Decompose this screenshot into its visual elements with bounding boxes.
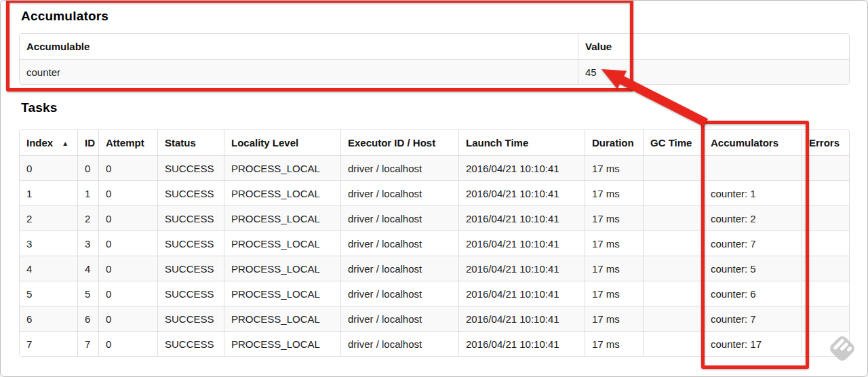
launch-time-cell: 2016/04/21 10:10:41 [458, 306, 585, 331]
executor-id-host-cell: driver / localhost [340, 205, 458, 231]
duration-cell: 17 ms [585, 205, 643, 231]
column-header-errors[interactable]: Errors [802, 130, 850, 155]
executor-id-host-cell: driver / localhost [340, 180, 458, 205]
column-header-value[interactable]: Value [578, 34, 850, 59]
gc-time-cell [643, 331, 703, 356]
status-cell: SUCCESS [157, 281, 224, 306]
locality-level-cell: PROCESS_LOCAL [224, 331, 340, 356]
column-header-attempt[interactable]: Attempt [98, 130, 157, 155]
column-header-id[interactable]: ID [77, 130, 98, 155]
id-cell: 6 [77, 306, 98, 331]
executor-id-host-cell: driver / localhost [340, 306, 458, 331]
errors-cell [802, 180, 850, 205]
tasks-table: Index▲IDAttemptStatusLocality LevelExecu… [19, 130, 850, 357]
table-row: 110SUCCESSPROCESS_LOCALdriver / localhos… [20, 180, 850, 205]
launch-time-cell: 2016/04/21 10:10:41 [458, 331, 585, 356]
accumulators-cell: counter: 6 [703, 281, 802, 306]
attempt-cell: 0 [98, 205, 157, 231]
status-cell: SUCCESS [157, 231, 224, 256]
column-header-accumulators[interactable]: Accumulators [703, 130, 802, 155]
gc-time-cell [643, 306, 703, 331]
status-cell: SUCCESS [157, 306, 224, 331]
id-cell: 4 [77, 256, 98, 281]
accumulators-cell: counter: 5 [703, 256, 802, 281]
table-row: 220SUCCESSPROCESS_LOCALdriver / localhos… [20, 205, 850, 231]
column-header-index[interactable]: Index▲ [20, 130, 77, 155]
executor-id-host-cell: driver / localhost [340, 231, 458, 256]
index-cell: 5 [20, 281, 77, 306]
duration-cell: 17 ms [585, 256, 643, 281]
value-cell: 45 [578, 59, 850, 84]
table-row: 330SUCCESSPROCESS_LOCALdriver / localhos… [20, 231, 850, 256]
table-row: 550SUCCESSPROCESS_LOCALdriver / localhos… [20, 281, 850, 306]
accumulators-cell: counter: 7 [703, 306, 802, 331]
attempt-cell: 0 [98, 256, 157, 281]
column-header-status[interactable]: Status [157, 130, 224, 155]
duration-cell: 17 ms [585, 306, 643, 331]
table-row: counter45 [20, 59, 850, 84]
launch-time-cell: 2016/04/21 10:10:41 [458, 256, 585, 281]
gc-time-cell [643, 205, 703, 231]
duration-cell: 17 ms [585, 281, 643, 306]
table-row: 770SUCCESSPROCESS_LOCALdriver / localhos… [20, 331, 850, 356]
accumulators-cell: counter: 2 [703, 205, 802, 231]
index-cell: 2 [20, 205, 77, 231]
tasks-section-title: Tasks [21, 100, 57, 115]
errors-cell [802, 205, 850, 231]
accumulable-cell: counter [20, 59, 578, 84]
errors-cell [802, 306, 850, 331]
duration-cell: 17 ms [585, 155, 643, 180]
locality-level-cell: PROCESS_LOCAL [224, 281, 340, 306]
attempt-cell: 0 [98, 306, 157, 331]
column-header-executor-id-host[interactable]: Executor ID / Host [340, 130, 458, 155]
column-header-gc-time[interactable]: GC Time [643, 130, 703, 155]
column-header-launch-time[interactable]: Launch Time [458, 130, 585, 155]
status-cell: SUCCESS [157, 205, 224, 231]
duration-cell: 17 ms [585, 331, 643, 356]
status-cell: SUCCESS [157, 331, 224, 356]
accumulators-cell: counter: 7 [703, 231, 802, 256]
id-cell: 2 [77, 205, 98, 231]
duration-cell: 17 ms [585, 180, 643, 205]
column-header-locality-level[interactable]: Locality Level [224, 130, 340, 155]
status-cell: SUCCESS [157, 256, 224, 281]
id-cell: 5 [77, 281, 98, 306]
executor-id-host-cell: driver / localhost [340, 155, 458, 180]
locality-level-cell: PROCESS_LOCAL [224, 231, 340, 256]
id-cell: 3 [77, 231, 98, 256]
gc-time-cell [643, 281, 703, 306]
id-cell: 1 [77, 180, 98, 205]
launch-time-cell: 2016/04/21 10:10:41 [458, 231, 585, 256]
id-cell: 0 [77, 155, 98, 180]
sort-ascending-icon: ▲ [62, 140, 68, 147]
gc-time-cell [643, 180, 703, 205]
gc-time-cell [643, 231, 703, 256]
errors-cell [802, 155, 850, 180]
locality-level-cell: PROCESS_LOCAL [224, 306, 340, 331]
column-header-duration[interactable]: Duration [585, 130, 643, 155]
index-cell: 3 [20, 231, 77, 256]
attempt-cell: 0 [98, 231, 157, 256]
table-row: 440SUCCESSPROCESS_LOCALdriver / localhos… [20, 256, 850, 281]
executor-id-host-cell: driver / localhost [340, 331, 458, 356]
locality-level-cell: PROCESS_LOCAL [224, 205, 340, 231]
column-header-accumulable[interactable]: Accumulable [20, 34, 578, 59]
duration-cell: 17 ms [585, 231, 643, 256]
errors-cell [802, 331, 850, 356]
launch-time-cell: 2016/04/21 10:10:41 [458, 205, 585, 231]
errors-cell [802, 256, 850, 281]
launch-time-cell: 2016/04/21 10:10:41 [458, 281, 585, 306]
table-row: 000SUCCESSPROCESS_LOCALdriver / localhos… [20, 155, 850, 180]
accumulators-table: AccumulableValue counter45 [19, 33, 850, 85]
launch-time-cell: 2016/04/21 10:10:41 [458, 155, 585, 180]
header-row: Index▲IDAttemptStatusLocality LevelExecu… [20, 130, 850, 155]
status-cell: SUCCESS [157, 180, 224, 205]
executor-id-host-cell: driver / localhost [340, 256, 458, 281]
attempt-cell: 0 [98, 281, 157, 306]
launch-time-cell: 2016/04/21 10:10:41 [458, 180, 585, 205]
gc-time-cell [643, 155, 703, 180]
page-frame: Accumulators AccumulableValue counter45 … [0, 0, 868, 377]
executor-id-host-cell: driver / localhost [340, 281, 458, 306]
index-cell: 6 [20, 306, 77, 331]
index-cell: 0 [20, 155, 77, 180]
